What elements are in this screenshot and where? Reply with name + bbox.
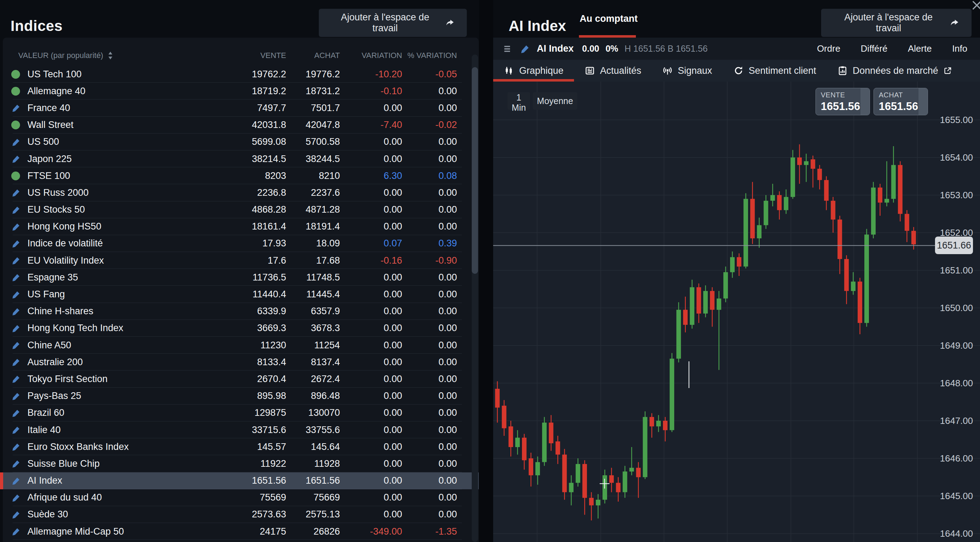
table-row[interactable]: US 5005699.085700.580.000.00 xyxy=(3,134,479,151)
close-icon[interactable] xyxy=(971,0,980,11)
share-arrow-icon xyxy=(445,17,455,28)
y-axis-label: 1647.00 xyxy=(931,415,973,426)
buy-quote-button[interactable]: ACHAT 1651.56 xyxy=(873,88,928,115)
pencil-icon xyxy=(11,526,27,536)
table-row[interactable]: Brazil 601298751300700.000.00 xyxy=(3,405,479,421)
toolbar-action-differe[interactable]: Différé xyxy=(861,43,888,54)
sell-price: 1651.56 xyxy=(821,100,860,113)
sell-price: 11736.5 xyxy=(226,272,286,283)
scrollbar-thumb[interactable] xyxy=(472,67,478,274)
col-header-achat: ACHAT xyxy=(286,51,340,60)
sell-quote-button[interactable]: VENTE 1651.56 xyxy=(816,88,870,115)
variation-pct-value: 0.00 xyxy=(402,340,457,351)
pencil-icon xyxy=(11,391,27,401)
sort-control[interactable]: VALEUR (par popularité) xyxy=(11,51,226,60)
interval-button[interactable]: 1 Min xyxy=(508,92,530,110)
add-to-workspace-button[interactable]: Ajouter à l'espace de travail xyxy=(319,9,467,37)
candlestick-chart[interactable] xyxy=(493,81,980,542)
buy-price: 75669 xyxy=(286,492,340,503)
variation-value: 0.00 xyxy=(340,458,402,469)
table-row[interactable]: Tokyo First Section2670.42672.40.000.00 xyxy=(3,370,479,387)
instrument-toolbar: AI Index 0.00 0% H 1651.56 B 1651.56 Ord… xyxy=(493,38,980,60)
table-row[interactable]: Australie 2008133.48137.40.000.00 xyxy=(3,354,479,370)
table-header: VALEUR (par popularité) VENTE ACHAT VARI… xyxy=(3,48,479,64)
candlestick-icon xyxy=(504,65,514,76)
tab-label: Graphique xyxy=(519,65,563,76)
tab-label: Sentiment client xyxy=(749,65,816,76)
pencil-icon xyxy=(11,154,27,164)
table-row[interactable]: Chine H-shares6339.96357.90.000.00 xyxy=(3,303,479,320)
table-row[interactable]: Allemagne Mid-Cap 502417526826-349.00-1.… xyxy=(3,523,479,540)
table-row[interactable]: US Fang11440.411445.40.000.00 xyxy=(3,286,479,303)
table-row[interactable]: Italie 4033715.633755.60.000.00 xyxy=(3,421,479,438)
table-row[interactable]: Pays-Bas 25895.98896.480.000.00 xyxy=(3,388,479,405)
y-axis-label: 1649.00 xyxy=(931,340,973,351)
table-row[interactable]: FTSE 100820382106.300.08 xyxy=(3,167,479,184)
pencil-icon[interactable] xyxy=(520,44,530,54)
signal-icon xyxy=(662,65,673,76)
sell-price: 19762.2 xyxy=(226,69,286,80)
toolbar-action-ordre[interactable]: Ordre xyxy=(817,43,840,54)
table-row[interactable]: France 407497.77501.70.000.00 xyxy=(3,100,479,116)
tab-label: Signaux xyxy=(678,65,712,76)
table-row[interactable]: Japon 22538214.538244.50.000.00 xyxy=(3,151,479,167)
tab-sentiment-client[interactable]: Sentiment client xyxy=(733,65,816,76)
table-row[interactable]: AI Index1651.561651.560.000.00 xyxy=(3,472,479,489)
buy-price: 2575.13 xyxy=(286,509,340,520)
variation-value: 0.00 xyxy=(340,374,402,385)
toolbar-action-info[interactable]: Info xyxy=(952,43,967,54)
y-axis-label: 1654.00 xyxy=(931,152,973,163)
toolbar-action-alerte[interactable]: Alerte xyxy=(908,43,932,54)
buy-price: 8137.4 xyxy=(286,357,340,368)
table-row[interactable]: Hong Kong HS5018161.418191.40.000.00 xyxy=(3,218,479,235)
variation-value: -10.20 xyxy=(340,69,402,80)
tab-signaux[interactable]: Signaux xyxy=(662,65,712,76)
hamburger-menu-icon[interactable] xyxy=(503,44,514,54)
instrument-name: Tokyo First Section xyxy=(27,374,226,385)
pencil-icon xyxy=(11,103,27,113)
table-row[interactable]: Suisse Blue Chip11922119280.000.00 xyxy=(3,455,479,472)
buy-price: 38244.5 xyxy=(286,154,340,164)
instrument-name: Suisse Blue Chip xyxy=(27,458,226,469)
green-dot-icon xyxy=(11,87,27,95)
sell-price: 5699.08 xyxy=(226,137,286,147)
table-row[interactable]: EU Volatility Index17.617.68-0.16-0.90 xyxy=(3,252,479,269)
page-title: Indices xyxy=(11,17,62,35)
instrument-title: AI Index xyxy=(509,17,566,35)
add-to-workspace-button[interactable]: Ajouter à l'espace de travail xyxy=(821,9,972,37)
table-row[interactable]: Allemagne 4018719.218731.2-0.100.00 xyxy=(3,83,479,100)
variation-pct-value: -1.35 xyxy=(402,526,457,537)
table-row[interactable]: Suède 302573.632575.130.000.00 xyxy=(3,506,479,523)
instrument-name: EU Volatility Index xyxy=(27,255,226,266)
y-axis-label: 1644.00 xyxy=(931,528,973,539)
instrument-name: Australie 200 xyxy=(27,357,226,368)
table-row[interactable]: Afrique du sud 4075569756690.000.00 xyxy=(3,489,479,506)
buy-price: 17.68 xyxy=(286,255,340,266)
buy-price: 7501.7 xyxy=(286,103,340,113)
y-axis-label: 1655.00 xyxy=(931,114,973,125)
table-row[interactable]: Espagne 3511736.511748.50.000.00 xyxy=(3,269,479,286)
tab-donnees-de-marche[interactable]: Données de marché xyxy=(837,65,952,76)
pencil-icon xyxy=(11,188,27,197)
col-header-variation: VARIATION xyxy=(340,51,402,60)
chart-area[interactable]: 1655.001654.001653.001652.001651.001650.… xyxy=(493,81,980,542)
variation-value: 0.00 xyxy=(340,103,402,113)
table-row[interactable]: Chine A5011230112540.000.00 xyxy=(3,337,479,354)
variation-pct-value: 0.00 xyxy=(402,221,457,232)
candles xyxy=(495,145,916,521)
tab-actualites[interactable]: Actualités xyxy=(585,65,641,76)
table-row[interactable]: US Tech 10019762.219776.2-10.20-0.05 xyxy=(3,66,479,83)
table-row[interactable]: US Russ 20002236.82237.60.000.00 xyxy=(3,184,479,201)
table-row[interactable]: Euro Stoxx Banks Index145.57145.640.000.… xyxy=(3,438,479,455)
table-row[interactable]: EU Stocks 504868.284871.280.000.00 xyxy=(3,202,479,218)
table-row[interactable]: Wall Street42031.842047.8-7.40-0.02 xyxy=(3,117,479,134)
average-button[interactable]: Moyenne xyxy=(533,92,577,110)
tab-au-comptant[interactable]: Au comptant xyxy=(580,13,638,24)
list-scrollbar[interactable] xyxy=(472,54,478,542)
tab-graphique[interactable]: Graphique xyxy=(504,65,563,76)
variation-value: 0.07 xyxy=(340,238,402,249)
table-row[interactable]: Indice de volatilité17.9318.090.070.39 xyxy=(3,235,479,252)
variation-value: 0.00 xyxy=(340,306,402,317)
sell-label: VENTE xyxy=(821,91,845,99)
table-row[interactable]: Hong Kong Tech Index3669.33678.30.000.00 xyxy=(3,320,479,337)
